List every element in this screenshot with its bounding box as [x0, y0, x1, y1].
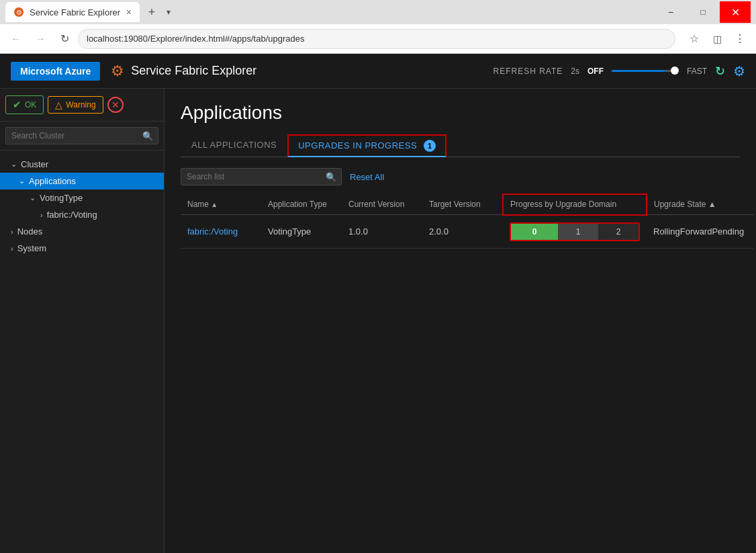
sort-icon: ▲ [211, 201, 218, 208]
search-cluster-input[interactable] [5, 127, 158, 144]
cell-target-version: 2.0.0 [422, 215, 503, 249]
fabric-voting-chevron-icon: › [40, 211, 43, 219]
tab-dropdown-button[interactable]: ▾ [167, 7, 171, 17]
th-app-type: Application Type [261, 194, 342, 215]
forward-button[interactable]: → [30, 28, 51, 50]
domain-0-complete: 0 [511, 224, 558, 240]
search-list-icon: 🔍 [326, 172, 336, 182]
th-name: Name ▲ [181, 194, 261, 215]
th-progress-label: Progress by Upgrade Domain [510, 200, 616, 209]
target-version-value: 2.0.0 [429, 226, 448, 237]
browser-chrome: ⚙ Service Fabric Explorer × + ▾ − □ ✕ ← … [0, 0, 756, 54]
sidebar-item-nodes[interactable]: › Nodes [0, 223, 164, 240]
cell-progress: 0 1 2 [503, 215, 647, 249]
tab-bar: ⚙ Service Fabric Explorer × + ▾ − □ ✕ [0, 0, 756, 24]
search-cluster-container: 🔍 [0, 122, 164, 151]
warning-label: Warning [66, 100, 95, 110]
browser-tab[interactable]: ⚙ Service Fabric Explorer × [5, 2, 140, 22]
bookmark-icon[interactable]: ☆ [683, 28, 705, 50]
tree-nav: ⌄ Cluster ⌄ Applications ⌄ VotingType › … [0, 151, 164, 553]
extensions-icon[interactable]: ◫ [706, 28, 728, 50]
th-target-label: Target Version [429, 200, 481, 209]
votingtype-label: VotingType [40, 193, 83, 203]
refresh-icon[interactable]: ↻ [715, 64, 725, 79]
th-state: Upgrade State ▲ [647, 194, 754, 215]
navigation-bar: ← → ↻ localhost:19080/Explorer/index.htm… [0, 24, 756, 54]
fabric-voting-label: fabric:/Voting [47, 210, 97, 220]
address-bar[interactable]: localhost:19080/Explorer/index.html#/app… [78, 29, 675, 49]
sidebar-item-applications[interactable]: ⌄ Applications [0, 173, 164, 189]
browser-menu-icon[interactable]: ⋮ [729, 28, 751, 50]
cell-state: RollingForwardPending [647, 215, 754, 249]
tab-favicon: ⚙ [13, 7, 24, 17]
maximize-button[interactable]: □ [688, 1, 718, 23]
applications-label: Applications [29, 176, 76, 186]
th-progress: Progress by Upgrade Domain [503, 194, 647, 215]
ok-status-button[interactable]: ✔ OK [5, 95, 44, 114]
search-cluster-icon: 🔍 [142, 131, 153, 141]
reset-all-button[interactable]: Reset All [350, 172, 384, 182]
search-input-wrapper: 🔍 [5, 127, 158, 144]
error-icon: ✕ [111, 99, 120, 110]
refresh-slider[interactable] [612, 70, 679, 72]
reload-button[interactable]: ↻ [54, 28, 75, 50]
address-text: localhost:19080/Explorer/index.html#/app… [87, 34, 305, 44]
th-name-label: Name [187, 200, 209, 209]
tabs-bar: ALL APPLICATIONS UPGRADES IN PROGRESS 1 [181, 134, 740, 157]
error-status-button[interactable]: ✕ [107, 97, 124, 113]
applications-table: Name ▲ Application Type Current Version … [181, 194, 754, 249]
azure-logo: Microsoft Azure [11, 62, 100, 81]
nodes-chevron-icon: › [11, 228, 13, 236]
current-version-value: 1.0.0 [348, 226, 368, 237]
app-name-link[interactable]: fabric:/Voting [187, 226, 238, 237]
settings-icon-button[interactable]: ⚙ [733, 63, 745, 79]
upgrade-state-value: RollingForwardPending [653, 226, 744, 237]
th-current-label: Current Version [348, 200, 404, 209]
filter-icon[interactable]: ▲ [708, 200, 716, 209]
sidebar-item-system[interactable]: › System [0, 240, 164, 257]
warning-icon: △ [55, 99, 62, 110]
sidebar-item-cluster[interactable]: ⌄ Cluster [0, 156, 164, 173]
page-title: Applications [181, 102, 740, 124]
slider-fill [612, 70, 665, 72]
back-button[interactable]: ← [5, 28, 27, 50]
tab-all-applications[interactable]: ALL APPLICATIONS [181, 134, 287, 157]
nodes-label: Nodes [17, 226, 43, 237]
app-gear-icon: ⚙ [111, 62, 124, 80]
sidebar: ✔ OK △ Warning ✕ 🔍 [0, 89, 164, 553]
sidebar-item-fabric-voting[interactable]: › fabric:/Voting [0, 206, 164, 223]
slider-track [612, 70, 679, 72]
app-title: Service Fabric Explorer [131, 64, 256, 78]
page-content: Applications ALL APPLICATIONS UPGRADES I… [164, 89, 756, 553]
filter-bar: 🔍 Reset All [181, 168, 740, 185]
th-current-version: Current Version [342, 194, 422, 215]
sidebar-item-votingtype[interactable]: ⌄ VotingType [0, 189, 164, 206]
new-tab-button[interactable]: + [142, 3, 161, 22]
close-window-button[interactable]: ✕ [720, 1, 751, 23]
upgrade-domain-bar: 0 1 2 [510, 222, 640, 241]
close-tab-button[interactable]: × [126, 7, 132, 17]
status-bar: ✔ OK △ Warning ✕ [0, 89, 164, 122]
ok-icon: ✔ [13, 99, 21, 111]
tab-upgrades-badge: 1 [424, 140, 436, 152]
cluster-chevron-icon: ⌄ [11, 160, 17, 169]
cell-app-type: VotingType [261, 215, 342, 249]
slider-thumb [671, 67, 679, 75]
tab-upgrades-in-progress[interactable]: UPGRADES IN PROGRESS 1 [287, 134, 446, 157]
refresh-rate-label: REFRESH RATE [493, 67, 563, 76]
ok-label: OK [25, 100, 36, 110]
app: Microsoft Azure ⚙ Service Fabric Explore… [0, 54, 756, 553]
header-right: REFRESH RATE 2s OFF FAST ↻ ⚙ [493, 63, 746, 79]
app-header: Microsoft Azure ⚙ Service Fabric Explore… [0, 54, 756, 89]
warning-status-button[interactable]: △ Warning [48, 96, 103, 114]
th-target-version: Target Version [422, 194, 503, 215]
main-content: ✔ OK △ Warning ✕ 🔍 [0, 89, 756, 553]
cell-current-version: 1.0.0 [342, 215, 422, 249]
th-state-label: Upgrade State [654, 200, 706, 209]
table-header-row: Name ▲ Application Type Current Version … [181, 194, 754, 215]
minimize-button[interactable]: − [655, 1, 686, 23]
system-label: System [17, 243, 46, 253]
search-list-input[interactable] [181, 168, 342, 185]
svg-text:⚙: ⚙ [16, 9, 22, 16]
search-list-wrapper: 🔍 [181, 168, 342, 185]
